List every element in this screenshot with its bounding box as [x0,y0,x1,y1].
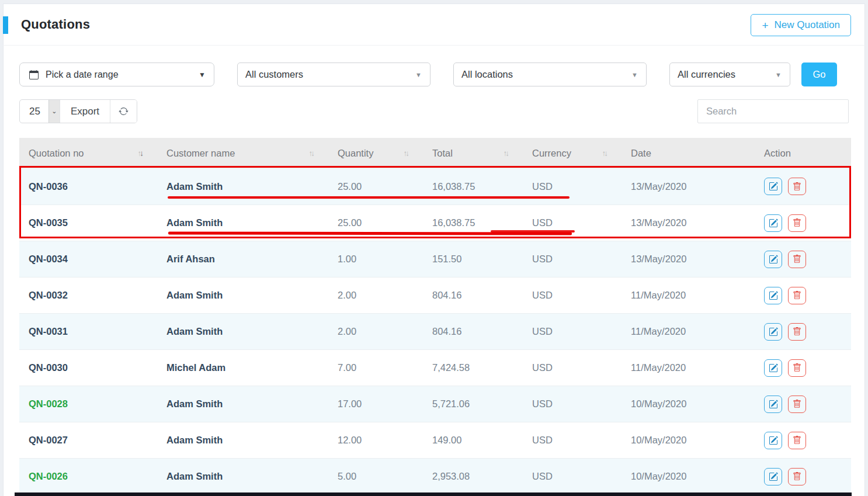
currency-cell: USD [523,217,622,228]
currency-cell: USD [523,181,622,192]
delete-button[interactable] [788,251,806,268]
date-cell: 13/May/2020 [622,217,755,228]
customer-name-cell: Adam Smith [157,435,328,446]
refresh-button[interactable] [110,100,137,123]
table-header-row: Quotation no ↑↓ Customer name ↑↓ Quantit… [19,138,851,168]
locations-select[interactable]: All locations ▼ [453,63,647,86]
edit-button[interactable] [764,178,782,195]
table-row[interactable]: QN-0031 Adam Smith 2.00 804.16 USD 11/Ma… [19,313,851,349]
delete-button[interactable] [788,178,806,195]
date-cell: 10/May/2020 [622,471,755,482]
edit-pencil-icon [769,327,778,337]
table-row[interactable]: QN-0027 Adam Smith 12.00 149.00 USD 10/M… [19,422,851,458]
trash-icon [793,218,801,227]
customer-name-cell: Adam Smith [157,471,328,482]
quantity-cell: 12.00 [328,435,423,446]
table-row[interactable]: QN-0026 Adam Smith 5.00 2,953.08 USD 10/… [19,458,851,494]
action-cell [755,432,851,449]
quantity-cell: 1.00 [328,254,423,265]
table-row[interactable]: QN-0032 Adam Smith 2.00 804.16 USD 11/Ma… [19,277,851,313]
delete-button[interactable] [788,396,806,413]
edit-button[interactable] [764,396,782,413]
date-cell: 10/May/2020 [622,435,755,446]
edit-button[interactable] [764,323,782,341]
customer-name-cell: Adam Smith [157,326,328,337]
quantity-cell: 2.00 [328,326,423,337]
sort-icon[interactable]: ↑↓ [309,149,314,158]
action-cell [755,178,851,195]
table-row[interactable]: QN-0035 Adam Smith 25.00 16,038.75 USD 1… [19,204,851,241]
total-cell: 5,721.06 [423,398,523,410]
edit-pencil-icon [769,182,778,191]
edit-button[interactable] [764,359,782,377]
table-row[interactable]: QN-0034 Arif Ahsan 1.00 151.50 USD 13/Ma… [19,241,851,277]
currency-cell: USD [523,290,622,301]
search-input[interactable] [697,99,849,123]
header-divider [3,45,865,46]
edit-button[interactable] [764,287,782,304]
edit-button[interactable] [764,251,782,268]
page-title: Quotations [21,17,90,32]
customer-name-cell: Michel Adam [157,362,328,373]
quantity-cell: 25.00 [328,181,423,192]
sort-icon[interactable]: ↑↓ [404,149,408,158]
quotation-no-cell: QN-0032 [19,290,157,301]
delete-button[interactable] [788,468,806,485]
quotation-no-cell: QN-0026 [19,471,157,482]
trash-icon [793,255,801,263]
go-button[interactable]: Go [801,63,837,86]
action-cell [755,359,851,377]
plus-icon: + [762,20,768,31]
page-size-value: 25 [20,100,48,123]
title-accent-bar [3,16,8,34]
table-row[interactable]: QN-0028 Adam Smith 17.00 5,721.06 USD 10… [19,386,851,422]
filter-row: Pick a date range ▼ All customers ▼ All … [0,63,868,86]
delete-button[interactable] [788,432,806,449]
column-header[interactable]: Quantity ↑↓ [328,148,423,159]
sort-icon[interactable]: ↑↓ [602,149,607,158]
sort-icon[interactable]: ↑↓ [504,149,508,158]
customer-name-cell: Adam Smith [157,398,328,410]
trash-icon [793,182,801,191]
edit-button[interactable] [764,468,782,485]
delete-button[interactable] [788,359,806,377]
edit-pencil-icon [769,291,778,300]
sort-icon[interactable]: ↑↓ [138,149,143,158]
page-size-select[interactable]: 25 ⌄ [20,100,60,123]
trash-icon [793,327,801,336]
edit-pencil-icon [769,400,778,409]
date-cell: 11/May/2020 [622,326,755,337]
delete-button[interactable] [788,214,806,232]
action-cell [755,214,851,232]
export-button[interactable]: Export [60,100,110,123]
quotation-no-cell: QN-0031 [19,326,157,337]
total-cell: 7,424.58 [423,362,523,373]
edit-button[interactable] [764,214,782,232]
customer-name-cell: Adam Smith [157,217,328,228]
delete-button[interactable] [788,287,806,304]
column-header[interactable]: Total ↑↓ [423,148,523,159]
refresh-icon [119,106,129,116]
table-row[interactable]: QN-0036 Adam Smith 25.00 16,038.75 USD 1… [19,168,851,204]
column-header[interactable]: Action [755,148,851,159]
date-cell: 10/May/2020 [622,398,755,410]
edit-button[interactable] [764,432,782,449]
new-quotation-button[interactable]: + New Quotation [751,14,851,36]
column-header[interactable]: Currency ↑↓ [523,148,622,159]
delete-button[interactable] [788,323,806,341]
currencies-select[interactable]: All currencies ▼ [669,63,790,86]
date-cell: 13/May/2020 [622,181,755,192]
column-header[interactable]: Customer name ↑↓ [157,148,328,159]
column-header[interactable]: Date [622,148,755,159]
quantity-cell: 5.00 [328,471,423,482]
new-quotation-label: New Quotation [775,19,840,31]
chevron-down-icon: ▼ [199,71,206,79]
edit-pencil-icon [769,363,778,373]
date-range-picker[interactable]: Pick a date range ▼ [19,63,214,86]
column-header[interactable]: Quotation no ↑↓ [19,148,157,159]
action-cell [755,396,851,413]
quotation-no-cell: QN-0028 [19,398,157,410]
customers-select[interactable]: All customers ▼ [237,63,430,86]
customer-name-cell: Adam Smith [157,181,328,192]
table-row[interactable]: QN-0030 Michel Adam 7.00 7,424.58 USD 11… [19,349,851,386]
